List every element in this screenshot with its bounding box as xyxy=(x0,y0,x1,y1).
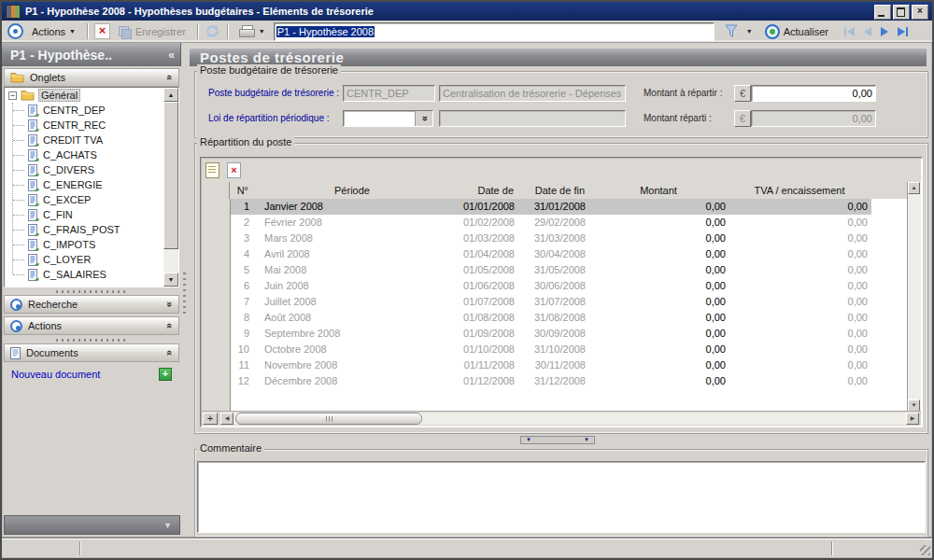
save-button[interactable]: Enregistrer xyxy=(114,23,191,40)
document-icon xyxy=(27,119,39,132)
resize-grip[interactable] xyxy=(920,545,930,555)
nav-last-button[interactable] xyxy=(898,27,908,36)
scroll-right-button[interactable]: ▶ xyxy=(906,413,919,425)
comment-textarea[interactable] xyxy=(197,461,926,533)
cell-date-fin: 31/10/2008 xyxy=(518,342,589,357)
tree-item[interactable]: CENTR_REC xyxy=(5,118,163,133)
document-icon xyxy=(27,269,39,281)
new-document-link[interactable]: Nouveau document xyxy=(11,369,100,380)
print-button[interactable]: ▼ xyxy=(234,22,270,40)
tree-root-node[interactable]: − Général xyxy=(5,88,163,103)
tree-scrollbar[interactable]: ▲ ▼ xyxy=(163,88,178,287)
combo-expand-button[interactable]: « xyxy=(415,111,432,126)
cell-tva: 0,00 xyxy=(729,294,871,310)
tree-item[interactable]: C_ACHATS xyxy=(5,147,163,162)
chevron-down-icon[interactable]: ▼ xyxy=(163,521,172,530)
poste-name-field[interactable]: Centralisation de trésorerie - Dépenses xyxy=(439,85,626,102)
table-row[interactable]: 4 Avril 2008 01/04/2008 30/04/2008 0,00 … xyxy=(231,246,871,262)
cell-date-debut: 01/12/2008 xyxy=(451,373,518,389)
table-row[interactable]: 9 Septembre 2008 01/09/2008 30/09/2008 0… xyxy=(231,326,871,342)
table-row[interactable]: 6 Juin 2008 01/06/2008 30/06/2008 0,00 0… xyxy=(231,278,871,294)
table-row[interactable]: 8 Août 2008 01/08/2008 31/08/2008 0,00 0… xyxy=(231,310,871,326)
sidebar-resize-grip[interactable] xyxy=(56,290,125,293)
document-icon xyxy=(27,149,39,161)
cell-date-fin: 31/12/2008 xyxy=(518,373,589,389)
add-row-button[interactable]: + xyxy=(203,413,218,425)
refresh-data-button[interactable]: Actualiser xyxy=(760,21,833,42)
delete-row-icon[interactable]: × xyxy=(227,162,241,178)
tree-item[interactable]: C_FIN xyxy=(5,207,163,222)
cell-date-debut: 01/03/2008 xyxy=(451,231,518,246)
row-selector-icon[interactable] xyxy=(202,182,230,199)
section-recherche[interactable]: Recherche » xyxy=(4,295,179,314)
tree-item[interactable]: C_FRAIS_POST xyxy=(5,222,163,237)
collapse-sidebar-icon[interactable]: « xyxy=(168,49,175,62)
nav-next-button[interactable] xyxy=(881,27,888,36)
tree-item[interactable]: C_ENERGIE xyxy=(5,177,163,192)
collapse-section-icon[interactable]: « xyxy=(164,75,176,80)
tree-item[interactable]: C_DIVERS xyxy=(5,162,163,177)
scroll-up-button[interactable]: ▲ xyxy=(163,88,178,102)
scrollbar-thumb[interactable] xyxy=(163,102,178,249)
table-row[interactable]: 3 Mars 2008 01/03/2008 31/03/2008 0,00 0… xyxy=(231,231,871,246)
section-onglets[interactable]: Onglets « xyxy=(4,68,179,87)
maximize-button[interactable] xyxy=(893,5,910,20)
splitter-collapse-icon[interactable]: ▼ xyxy=(584,437,589,443)
splitter-collapse-icon[interactable]: ▼ xyxy=(526,437,531,443)
document-icon xyxy=(27,105,39,117)
filter-icon[interactable] xyxy=(724,24,739,38)
poste-code-field[interactable]: CENTR_DEP xyxy=(343,85,435,102)
section-documents[interactable]: Documents « xyxy=(4,343,179,362)
tree-item[interactable]: CENTR_DEP xyxy=(5,103,163,118)
filter-dropdown-icon[interactable]: ▼ xyxy=(746,28,753,35)
hscroll-track[interactable]: ◀ ▶ xyxy=(220,413,919,425)
collapse-section-icon[interactable]: « xyxy=(164,350,176,356)
montant-a-repartir-input[interactable]: 0,00 xyxy=(751,85,876,102)
table-row[interactable]: 11 Novembre 2008 01/11/2008 30/11/2008 0… xyxy=(231,357,871,373)
nav-first-button[interactable] xyxy=(844,27,855,36)
scroll-up-button[interactable]: ▲ xyxy=(908,182,920,194)
table-row[interactable]: 2 Février 2008 01/02/2008 29/02/2008 0,0… xyxy=(231,215,871,231)
table-row[interactable]: 5 Mai 2008 01/05/2008 31/05/2008 0,00 0,… xyxy=(231,262,871,278)
nav-previous-button[interactable] xyxy=(864,27,871,36)
grid-vertical-scrollbar[interactable]: ▲ ▼ xyxy=(907,182,921,412)
save-icon xyxy=(119,26,132,37)
minimize-button[interactable] xyxy=(874,5,891,20)
tree-item[interactable]: C_IMPOTS xyxy=(5,237,163,252)
loi-combo[interactable]: « xyxy=(343,110,433,127)
expand-section-icon[interactable]: » xyxy=(164,301,176,307)
tree-collapse-icon[interactable]: − xyxy=(8,91,17,100)
add-document-icon[interactable]: + xyxy=(159,368,172,381)
table-row[interactable]: 12 Décembre 2008 01/12/2008 31/12/2008 0… xyxy=(231,373,871,389)
tree-item-label: C_LOYER xyxy=(43,254,91,265)
selected-text: P1 - Hypothèse 2008 xyxy=(276,26,375,37)
actions-menu-button[interactable]: Actions ▼ xyxy=(27,23,80,40)
document-title-input[interactable]: P1 - Hypothèse 2008 xyxy=(274,22,715,41)
new-row-icon[interactable] xyxy=(205,162,219,178)
delete-button[interactable]: × xyxy=(94,23,110,39)
cell-montant: 0,00 xyxy=(589,357,729,373)
table-row[interactable]: 7 Juillet 2008 01/07/2008 31/07/2008 0,0… xyxy=(231,294,871,310)
tree-item[interactable]: C_LOYER xyxy=(5,252,163,267)
vertical-splitter[interactable] xyxy=(183,273,186,314)
section-actions[interactable]: Actions « xyxy=(4,316,179,335)
table-row[interactable]: 1 Janvier 2008 01/01/2008 31/01/2008 0,0… xyxy=(231,199,871,215)
tree-item[interactable]: CREDIT TVA xyxy=(5,133,163,147)
collapse-section-icon[interactable]: « xyxy=(164,323,176,329)
horizontal-splitter-control[interactable]: ▼ ▼ xyxy=(520,436,595,444)
loi-name-field[interactable] xyxy=(439,110,626,127)
tree-item[interactable]: C_EXCEP xyxy=(5,192,163,207)
tree-item-label: CENTR_DEP xyxy=(43,105,106,116)
cell-tva: 0,00 xyxy=(729,278,871,294)
document-icon xyxy=(27,239,39,251)
sidebar-resize-grip[interactable] xyxy=(56,339,125,342)
refresh-icon[interactable] xyxy=(205,24,220,38)
table-row[interactable]: 10 Octobre 2008 01/10/2008 31/10/2008 0,… xyxy=(231,342,871,357)
close-button[interactable]: × xyxy=(912,5,928,20)
scroll-left-button[interactable]: ◀ xyxy=(220,413,234,425)
euro-button[interactable]: € xyxy=(734,85,751,102)
repartition-group: Répartition du poste × N° Période Date d… xyxy=(194,143,928,434)
scroll-down-button[interactable]: ▼ xyxy=(163,273,178,287)
hscroll-thumb[interactable] xyxy=(235,413,422,425)
tree-item[interactable]: C_SALAIRES xyxy=(5,267,163,282)
